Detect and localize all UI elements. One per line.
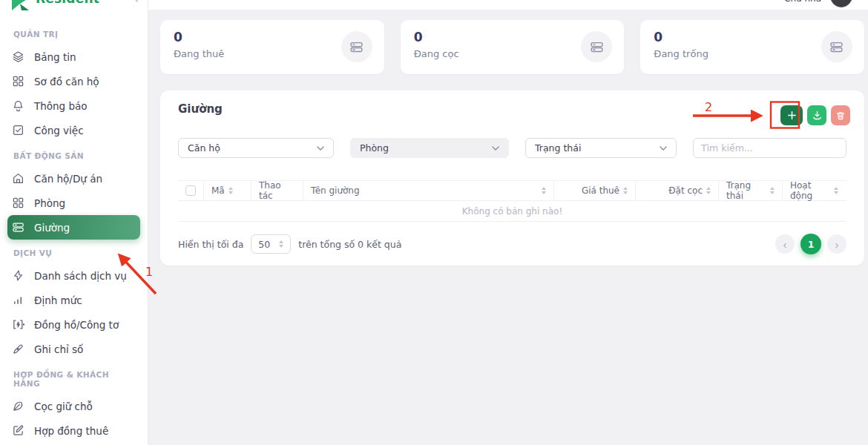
- sidebar-item-label: Định mức: [34, 294, 82, 306]
- content: 0 Đang thuê 0 Đang cọc: [148, 10, 868, 266]
- sidebar-item-label: Công việc: [34, 125, 84, 136]
- sidebar-item-label: Danh sách dịch vụ: [34, 270, 127, 282]
- room-select-value: Phòng: [360, 142, 389, 154]
- bell-icon: [12, 99, 24, 112]
- add-bed-button[interactable]: [780, 105, 803, 125]
- panel-actions: [780, 105, 850, 125]
- logo-row: Resident: [0, 0, 148, 10]
- page-size-select[interactable]: 50: [251, 234, 291, 254]
- sidebar-item-label: Hợp đồng thuê: [34, 425, 108, 437]
- delete-button[interactable]: [831, 105, 850, 125]
- feather-icon: [12, 400, 24, 412]
- app-root: Resident QUẢN TRỊ Bảng tin Sơ đồ căn hộ: [0, 0, 868, 445]
- sidebar-item-label: Đồng hồ/Công tơ: [34, 319, 119, 331]
- sidebar-item-giuong[interactable]: Giường: [7, 215, 140, 240]
- contract-edit-icon: [12, 424, 24, 437]
- export-button[interactable]: [807, 105, 826, 125]
- column-header-ten-giuong: Tên giường: [311, 185, 360, 196]
- sidebar-item-cong-viec[interactable]: Công việc: [7, 118, 140, 142]
- sidebar-item-dinh-muc[interactable]: Định mức: [7, 288, 140, 312]
- stat-card-dang-thue: 0 Đang thuê: [160, 20, 384, 74]
- grid-icon: [12, 197, 24, 209]
- room-select[interactable]: Phòng: [350, 138, 509, 158]
- sidebar-section-label: BẤT ĐỘNG SẢN: [0, 142, 148, 166]
- plus-icon: [786, 110, 798, 121]
- stat-badge: [341, 31, 372, 62]
- sidebar-item-label: Thông báo: [34, 100, 88, 112]
- stat-cards-row: 0 Đang thuê 0 Đang cọc: [160, 20, 864, 74]
- chevron-down-icon: [317, 146, 324, 151]
- sidebar-item-phong[interactable]: Phòng: [7, 191, 140, 215]
- prev-page-button[interactable]: [775, 234, 795, 254]
- sidebar-section-label: HỢP ĐỒNG & KHÁCH HÀNG: [0, 361, 148, 394]
- sidebar-item-ghi-chi-so[interactable]: Ghi chỉ số: [7, 337, 140, 361]
- trash-icon: [835, 111, 846, 121]
- column-header-trang-thai: Trạng thái: [726, 180, 766, 201]
- sidebar-item-thong-bao[interactable]: Thông báo: [7, 93, 140, 118]
- sidebar-nav: QUẢN TRỊ Bảng tin Sơ đồ căn hộ Thông báo: [0, 10, 148, 443]
- sidebar-item-can-ho-du-an[interactable]: Căn hộ/Dự án: [7, 166, 140, 191]
- chevron-down-icon: [660, 146, 667, 151]
- grid-icon: [12, 75, 24, 88]
- stat-card-dang-trong: 0 Đang trống: [640, 20, 864, 74]
- sidebar: Resident QUẢN TRỊ Bảng tin Sơ đồ căn hộ: [0, 0, 148, 445]
- sidebar-item-label: Sơ đồ căn hộ: [34, 76, 99, 88]
- pagination: 1: [775, 234, 846, 254]
- sort-icon[interactable]: [623, 187, 628, 194]
- table-footer: Hiển thị tối đa 50 trên tổng số 0 kết qu…: [178, 234, 846, 254]
- sidebar-item-label: Căn hộ/Dự án: [34, 173, 102, 185]
- sidebar-item-hop-dong-thue[interactable]: Hợp đồng thuê: [7, 418, 140, 443]
- beds-panel: Giường: [160, 90, 864, 266]
- sidebar-item-label: Ghi chỉ số: [34, 343, 83, 355]
- next-page-button[interactable]: [827, 234, 846, 254]
- column-header-hoat-dong: Hoạt động: [790, 180, 830, 201]
- sidebar-item-dong-ho-cong-to[interactable]: Đồng hồ/Công tơ: [7, 312, 140, 337]
- topbar-user-label[interactable]: Chủ nhà: [784, 0, 821, 4]
- user-avatar[interactable]: [830, 0, 852, 7]
- sort-icon[interactable]: [770, 187, 775, 194]
- sidebar-item-danh-sach-dich-vu[interactable]: Danh sách dịch vụ: [7, 263, 140, 288]
- sort-icon[interactable]: [706, 187, 711, 194]
- current-page-button[interactable]: 1: [800, 234, 821, 254]
- collapse-sidebar-icon[interactable]: [134, 0, 139, 6]
- main-area: Chủ nhà 0 Đang thuê 0 Đang cọc: [148, 0, 868, 445]
- status-select[interactable]: Trạng thái: [525, 138, 677, 158]
- page-size-value: 50: [258, 239, 270, 250]
- column-header-gia-thue: Giá thuê: [582, 185, 619, 196]
- column-header-dat-coc: Đặt cọc: [668, 185, 703, 196]
- sidebar-section-label: DỊCH VỤ: [0, 240, 148, 263]
- sidebar-item-label: Cọc giữ chỗ: [34, 400, 93, 412]
- panel-title: Giường: [178, 102, 846, 116]
- column-header-ma: Mã: [211, 185, 225, 196]
- apartment-select[interactable]: Căn hộ: [178, 138, 334, 158]
- sidebar-item-label: Phòng: [34, 197, 65, 209]
- status-select-value: Trạng thái: [535, 142, 581, 154]
- sidebar-section-label: QUẢN TRỊ: [0, 21, 148, 44]
- beds-table: Mã Thao tác Tên giường Giá thuê: [178, 180, 846, 222]
- table-header-row: Mã Thao tác Tên giường Giá thuê: [178, 180, 846, 201]
- sort-icon[interactable]: [542, 187, 546, 194]
- sidebar-item-coc-giu-cho[interactable]: Cọc giữ chỗ: [7, 394, 140, 418]
- total-results-label: trên tổng số 0 kết quả: [298, 239, 401, 250]
- page-size-controls: Hiển thị tối đa 50 trên tổng số 0 kết qu…: [178, 234, 401, 254]
- bed-icon: [349, 40, 364, 54]
- bed-icon: [590, 40, 604, 54]
- column-header-thao-tac: Thao tác: [259, 180, 295, 201]
- sort-icon[interactable]: [228, 187, 233, 194]
- resident-logo-icon: [9, 0, 33, 10]
- topbar: Chủ nhà: [148, 0, 868, 10]
- select-all-checkbox[interactable]: [185, 185, 196, 196]
- filter-row: Căn hộ Phòng Trạng thái: [178, 138, 846, 158]
- sidebar-item-so-do-can-ho[interactable]: Sơ đồ căn hộ: [7, 69, 140, 93]
- bolt-icon: [12, 269, 24, 282]
- sidebar-item-bang-tin[interactable]: Bảng tin: [7, 44, 140, 69]
- search-input[interactable]: [693, 138, 846, 158]
- bed-icon: [12, 221, 24, 234]
- sidebar-item-label: Bảng tin: [34, 51, 76, 63]
- layers-icon: [12, 50, 24, 63]
- sort-icon[interactable]: [834, 187, 838, 194]
- empty-table-message: Không có bản ghi nào!: [178, 201, 846, 222]
- home-icon: [12, 172, 24, 185]
- apartment-select-value: Căn hộ: [188, 142, 220, 154]
- pen-nib-icon: [12, 343, 24, 355]
